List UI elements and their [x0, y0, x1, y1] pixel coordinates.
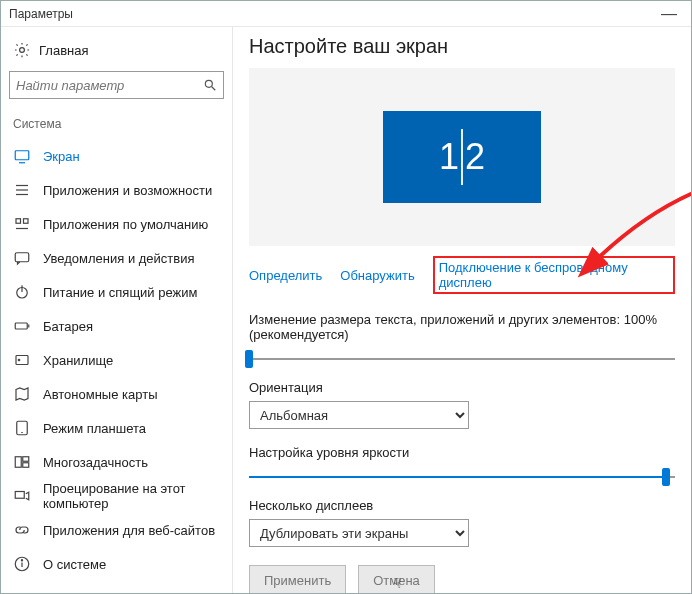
svg-point-0 — [20, 48, 25, 53]
svg-point-17 — [18, 359, 20, 361]
sidebar-item-label: О системе — [43, 557, 106, 572]
monitor-2-label: 2 — [465, 136, 485, 178]
apply-button[interactable]: Применить — [249, 565, 346, 593]
display-links-row: Определить Обнаружить Подключение к бесп… — [249, 246, 675, 306]
multi-display-select[interactable]: Дублировать эти экраны — [249, 519, 469, 547]
sidebar-item-about[interactable]: О системе — [9, 547, 224, 581]
sidebar-item-battery[interactable]: Батарея — [9, 309, 224, 343]
brightness-slider[interactable] — [249, 466, 675, 488]
sidebar-item-apps[interactable]: Приложения и возможности — [9, 173, 224, 207]
power-icon — [13, 283, 31, 301]
svg-rect-22 — [23, 463, 29, 468]
sidebar-item-webapps[interactable]: Приложения для веб-сайтов — [9, 513, 224, 547]
sidebar-item-label: Приложения и возможности — [43, 183, 212, 198]
search-input[interactable] — [16, 78, 203, 93]
tablet-icon — [13, 419, 31, 437]
sidebar-item-display[interactable]: Экран — [9, 139, 224, 173]
brightness-label: Настройка уровня яркости — [249, 445, 675, 460]
minimize-icon[interactable]: — — [655, 5, 683, 23]
monitor-1-label: 1 — [439, 136, 459, 178]
sidebar-item-label: Экран — [43, 149, 80, 164]
content: Настройте ваш экран 1 2 Определить Обнар… — [233, 27, 691, 593]
battery-icon — [13, 317, 31, 335]
project-icon — [13, 487, 31, 505]
cursor-hand-icon: ☟ — [393, 575, 402, 591]
connect-wireless-display-link[interactable]: Подключение к беспроводному дисплею — [433, 256, 675, 294]
svg-rect-23 — [15, 492, 24, 499]
svg-rect-9 — [24, 219, 29, 224]
gear-icon — [13, 41, 31, 59]
multitask-icon — [13, 453, 31, 471]
sidebar-item-storage[interactable]: Хранилище — [9, 343, 224, 377]
identify-link[interactable]: Определить — [249, 268, 322, 283]
search-box[interactable] — [9, 71, 224, 99]
svg-rect-20 — [15, 457, 21, 468]
scale-slider[interactable] — [249, 348, 675, 370]
sidebar-item-tablet[interactable]: Режим планшета — [9, 411, 224, 445]
sidebar-item-power[interactable]: Питание и спящий режим — [9, 275, 224, 309]
sidebar-item-label: Батарея — [43, 319, 93, 334]
divider-icon — [461, 129, 463, 185]
sidebar-item-label: Хранилище — [43, 353, 113, 368]
svg-rect-14 — [15, 323, 27, 329]
link-icon — [13, 521, 31, 539]
sidebar-item-label: Автономные карты — [43, 387, 158, 402]
search-icon — [203, 78, 217, 92]
svg-point-1 — [205, 80, 212, 87]
display-preview: 1 2 — [249, 68, 675, 246]
sidebar: Главная Система Экран Приложения и возмо… — [1, 27, 233, 593]
sidebar-item-projecting[interactable]: Проецирование на этот компьютер — [9, 479, 224, 513]
orientation-label: Ориентация — [249, 380, 675, 395]
scale-label: Изменение размера текста, приложений и д… — [249, 312, 675, 342]
page-title: Настройте ваш экран — [249, 27, 675, 70]
sidebar-item-default-apps[interactable]: Приложения по умолчанию — [9, 207, 224, 241]
home-label: Главная — [39, 43, 88, 58]
map-icon — [13, 385, 31, 403]
chat-icon — [13, 249, 31, 267]
multi-display-label: Несколько дисплеев — [249, 498, 675, 513]
orientation-select[interactable]: Альбомная — [249, 401, 469, 429]
svg-line-2 — [212, 87, 216, 91]
sidebar-item-label: Приложения по умолчанию — [43, 217, 208, 232]
svg-rect-21 — [23, 457, 29, 462]
sidebar-item-maps[interactable]: Автономные карты — [9, 377, 224, 411]
storage-icon — [13, 351, 31, 369]
sidebar-item-label: Приложения для веб-сайтов — [43, 523, 215, 538]
home-link[interactable]: Главная — [9, 37, 224, 71]
monitor-tile[interactable]: 1 2 — [383, 111, 541, 203]
svg-rect-11 — [15, 253, 29, 262]
svg-rect-8 — [16, 219, 21, 224]
slider-thumb[interactable] — [245, 350, 253, 368]
list-icon — [13, 181, 31, 199]
group-label: Система — [9, 113, 224, 139]
defaults-icon — [13, 215, 31, 233]
sidebar-item-multitask[interactable]: Многозадачность — [9, 445, 224, 479]
sidebar-item-label: Проецирование на этот компьютер — [43, 481, 220, 511]
sidebar-item-label: Питание и спящий режим — [43, 285, 197, 300]
sidebar-item-label: Уведомления и действия — [43, 251, 195, 266]
sidebar-item-label: Режим планшета — [43, 421, 146, 436]
svg-point-26 — [21, 560, 22, 561]
sidebar-item-notifications[interactable]: Уведомления и действия — [9, 241, 224, 275]
info-icon — [13, 555, 31, 573]
detect-link[interactable]: Обнаружить — [340, 268, 414, 283]
titlebar: Параметры — — [1, 1, 691, 27]
monitor-icon — [13, 147, 31, 165]
sidebar-item-label: Многозадачность — [43, 455, 148, 470]
window-title: Параметры — [9, 7, 73, 21]
svg-rect-3 — [15, 151, 29, 160]
slider-thumb[interactable] — [662, 468, 670, 486]
